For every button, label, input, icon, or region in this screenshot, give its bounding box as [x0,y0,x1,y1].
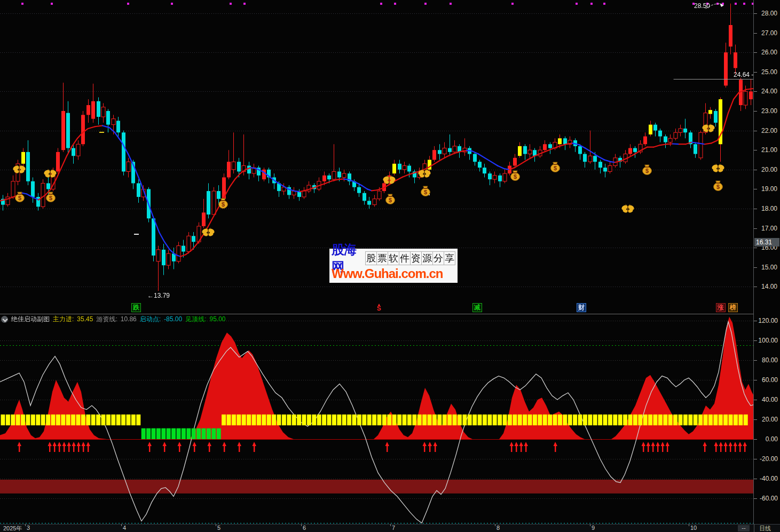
watermark-slogan-char: 软 [388,251,399,265]
indicator-axis-label: -20.00 [760,455,778,463]
price-axis-panel[interactable]: 28.0027.0026.0025.0024.0023.0022.0021.00… [753,0,780,532]
price-axis-label: 17.00 [761,225,777,232]
month-tick [590,524,590,526]
indicator-field-label: 见顶线: [185,315,206,324]
axis-tick [754,228,757,229]
watermark-slogan-char: 分 [432,251,444,265]
price-axis-label: 25.00 [761,68,777,76]
price-axis-label: 19.00 [761,185,777,193]
axis-tick [754,209,757,209]
axis-tick [754,170,757,170]
indicator-axis-label: 60.00 [762,376,778,384]
indicator-name: 绝佳启动副图 [11,315,50,324]
price-axis-label: 26.00 [761,49,777,56]
axis-tick [754,321,757,321]
indicator-axis-label: -40.00 [760,475,778,482]
month-tick [216,524,216,526]
price-axis-label: 22.00 [761,127,777,134]
high-price-callout: 28.50 [694,2,710,10]
month-tick [121,524,122,526]
price-axis-label: 20.00 [761,166,777,173]
indicator-field-value: 95.00 [209,315,225,323]
indicator-axis-label: 0.00 [766,435,778,443]
watermark-url: Www.Guhai.com.cn [332,267,455,281]
indicator-pane [0,314,754,525]
watermark-slogan-char: 源 [421,251,433,265]
month-label: 5 [217,525,220,531]
axis-tick [754,439,757,440]
axis-dash-button[interactable]: -- [738,525,750,531]
axis-tick [754,72,757,73]
axis-tick [754,459,757,459]
indicator-field-label: 游资线: [96,315,117,324]
month-label: 6 [303,525,306,531]
watermark-slogan-char: 享 [444,251,455,265]
axis-tick [754,52,757,53]
indicator-axis-label: 80.00 [762,356,778,364]
indicator-axis-label: 40.00 [762,396,778,403]
axis-tick [754,150,757,150]
period-selector[interactable]: 日线 [759,525,771,532]
axis-tick [754,340,757,341]
month-label: 4 [123,525,126,531]
axis-tick [754,111,757,112]
price-axis-label: 18.00 [761,205,777,212]
watermark-slogan-char: 资 [410,251,422,265]
axis-tick [754,267,757,268]
collapse-indicator-icon[interactable] [1,316,8,323]
chart-badge: 涨 [716,303,726,312]
watermark-slogan-char: 股 [365,251,377,265]
axis-tick [754,419,757,420]
axis-tick [754,248,757,248]
month-tick [390,524,391,526]
axis-tick [754,287,757,287]
price-axis-label: 24.00 [761,88,777,95]
chart-badge: 财 [577,303,586,312]
indicator-header: 绝佳启动副图 主力进: 35.45 游资线: 10.86 启动点: -85.00… [1,314,226,324]
month-tick [495,524,495,526]
indicator-field-value: 35.45 [77,315,93,323]
month-label: 3 [27,525,30,531]
chart-badge: 跌 [131,303,141,312]
price-axis-label: 21.00 [761,146,777,154]
month-label: 7 [392,525,395,531]
indicator-axis-label: 100.00 [758,337,778,344]
axis-tick [754,479,757,479]
watermark-slogan-char: 票 [376,251,388,265]
price-axis-label: 15.00 [761,264,777,271]
indicator-field-label: 主力进: [53,315,74,324]
trading-app-window: 28.50 ←13.79 24.64 - 股海网 股票软件资源分享 Www.Gu… [0,0,780,532]
chart-badge: 榜 [728,303,738,312]
axis-tick [754,131,757,131]
axis-tick [754,189,757,189]
watermark: 股海网 股票软件资源分享 Www.Guhai.com.cn [329,249,458,283]
axis-tick [754,91,757,92]
axis-tick [754,400,757,400]
indicator-field-value: -85.00 [164,315,182,323]
price-axis-label: 14.00 [761,283,777,290]
axis-tick [754,13,757,14]
price-axis-label: 27.00 [761,29,777,37]
month-tick [689,524,689,526]
watermark-slogan: 股票软件资源分享 [366,251,455,265]
up-triangle-icon: ▲ [377,303,381,306]
year-label: 2025年 [3,525,22,532]
axis-tick [754,380,757,380]
month-label: 8 [497,525,500,531]
axis-tick [754,498,757,499]
indicator-axis-label: 120.00 [758,317,778,324]
price-axis-label: 28.00 [761,10,777,17]
month-label: 9 [592,525,595,531]
month-label: 10 [690,525,697,531]
indicator-field-label: 启动点: [140,315,161,324]
current-price-tag: 24.64 - [734,71,753,78]
indicator-field-value: 10.86 [121,315,137,323]
chart-badge: 减 [472,303,482,312]
indicator-chart-canvas[interactable] [0,314,754,524]
month-tick [25,524,26,526]
indicator-axis-label: 20.00 [762,416,778,423]
axis-separator [754,524,754,532]
axis-tick [754,360,757,361]
low-price-callout: ←13.79 [147,292,170,299]
month-tick [301,524,302,526]
